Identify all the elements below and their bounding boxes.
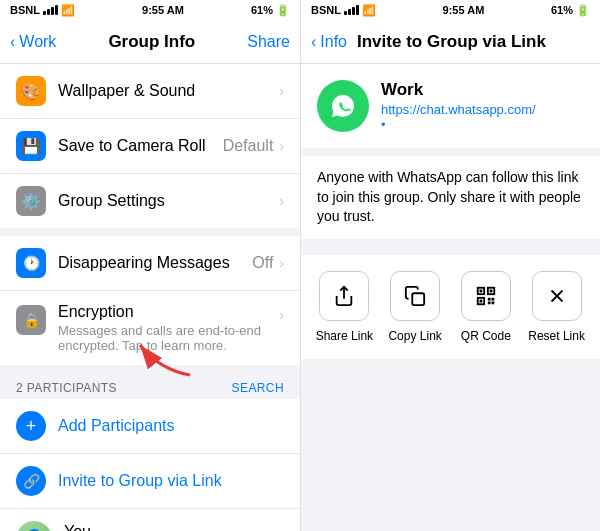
right-signal — [344, 5, 359, 15]
qr-code-icon — [461, 271, 511, 321]
share-button[interactable]: Share — [247, 33, 290, 51]
group-settings-chevron-icon: › — [279, 193, 284, 209]
wallpaper-icon: 🎨 — [16, 76, 46, 106]
participants-header: 2 PARTICIPANTS SEARCH — [0, 373, 300, 399]
add-participants-item[interactable]: + Add Participants — [0, 399, 300, 454]
disappearing-label: Disappearing Messages — [58, 254, 252, 272]
you-avatar-img: 👤 — [16, 521, 52, 531]
right-back-chevron-icon: ‹ — [311, 33, 316, 51]
right-battery-info: 61% 🔋 — [551, 4, 590, 17]
svg-rect-8 — [490, 289, 493, 292]
right-carrier: BSNL — [311, 4, 341, 16]
qr-code-label: QR Code — [461, 329, 511, 343]
camera-roll-label: Save to Camera Roll — [58, 137, 223, 155]
disappearing-icon: 🕐 — [16, 248, 46, 278]
right-battery: 61% — [551, 4, 573, 16]
participants-count: 2 PARTICIPANTS — [16, 381, 117, 395]
svg-rect-14 — [491, 298, 494, 301]
group-link-more: • — [381, 117, 584, 132]
qr-code-action[interactable]: QR Code — [456, 271, 516, 343]
svg-rect-13 — [488, 301, 491, 304]
whatsapp-logo-icon — [327, 90, 359, 122]
group-name: Work — [381, 80, 584, 100]
right-back-label: Info — [320, 33, 347, 51]
left-scroll: 🎨 Wallpaper & Sound › 💾 Save to Camera R… — [0, 64, 300, 531]
user-you-name: You — [64, 523, 244, 532]
group-settings-item[interactable]: ⚙️ Group Settings › — [0, 174, 300, 228]
svg-rect-7 — [479, 289, 482, 292]
camera-roll-item[interactable]: 💾 Save to Camera Roll Default › — [0, 119, 300, 174]
add-participants-icon: + — [16, 411, 46, 441]
group-info-card: Work https://chat.whatsapp.com/ • — [301, 64, 600, 148]
right-nav-title: Invite to Group via Link — [357, 32, 546, 52]
right-carrier-info: BSNL 📶 — [311, 4, 376, 17]
user-you-info: You Available — [64, 523, 244, 532]
share-link-icon — [319, 271, 369, 321]
encryption-label: Encryption — [58, 303, 279, 321]
right-time: 9:55 AM — [443, 4, 485, 16]
encryption-item[interactable]: 🔒 Encryption Messages and calls are end-… — [0, 291, 300, 365]
invite-link-item[interactable]: 🔗 Invite to Group via Link — [0, 454, 300, 509]
left-nav-title: Group Info — [108, 32, 195, 52]
group-settings-icon: ⚙️ — [16, 186, 46, 216]
right-panel: BSNL 📶 9:55 AM 61% 🔋 ‹ Info Invite to Gr… — [300, 0, 600, 531]
svg-rect-11 — [488, 298, 491, 301]
user-you-avatar: 👤 — [16, 521, 52, 531]
back-to-work[interactable]: ‹ Work — [10, 33, 56, 51]
left-signal — [43, 5, 58, 15]
participants-section: + Add Participants 🔗 Invite to Group via… — [0, 399, 300, 531]
left-carrier: BSNL — [10, 4, 40, 16]
user-you-item[interactable]: 👤 You Available Admin — [0, 509, 300, 531]
group-link: https://chat.whatsapp.com/ — [381, 102, 584, 117]
wallpaper-chevron-icon: › — [279, 83, 284, 99]
left-wifi-icon: 📶 — [61, 4, 75, 17]
right-status-bar: BSNL 📶 9:55 AM 61% 🔋 — [301, 0, 600, 20]
disappearing-value: Off — [252, 254, 273, 272]
reset-link-icon — [532, 271, 582, 321]
group-settings-label: Group Settings — [58, 192, 279, 210]
left-nav-bar: ‹ Work Group Info Share — [0, 20, 300, 64]
wallpaper-item[interactable]: 🎨 Wallpaper & Sound › — [0, 64, 300, 119]
right-battery-icon: 🔋 — [576, 4, 590, 17]
settings-section: 🎨 Wallpaper & Sound › 💾 Save to Camera R… — [0, 64, 300, 228]
share-link-action[interactable]: Share Link — [314, 271, 374, 343]
reset-link-label: Reset Link — [528, 329, 585, 343]
group-text: Work https://chat.whatsapp.com/ • — [381, 80, 584, 132]
right-nav-bar: ‹ Info Invite to Group via Link — [301, 20, 600, 64]
svg-rect-9 — [479, 299, 482, 302]
back-chevron-icon: ‹ — [10, 33, 15, 51]
disappearing-messages-item[interactable]: 🕐 Disappearing Messages Off › — [0, 236, 300, 291]
camera-roll-value: Default — [223, 137, 274, 155]
encryption-icon: 🔒 — [16, 305, 46, 335]
right-wifi-icon: 📶 — [362, 4, 376, 17]
encryption-content: Encryption Messages and calls are end-to… — [58, 303, 279, 353]
encryption-sublabel: Messages and calls are end-to-end encryp… — [58, 323, 279, 353]
actions-row: Share Link Copy Link — [301, 255, 600, 359]
add-participants-label: Add Participants — [58, 417, 175, 435]
camera-roll-icon: 💾 — [16, 131, 46, 161]
left-time: 9:55 AM — [142, 4, 184, 16]
invite-info-text: Anyone with WhatsApp can follow this lin… — [301, 156, 600, 239]
back-to-info[interactable]: ‹ Info — [311, 33, 347, 51]
left-battery-info: 61% 🔋 — [251, 4, 290, 17]
encryption-chevron-icon: › — [279, 307, 284, 323]
back-label: Work — [19, 33, 56, 51]
copy-link-icon — [390, 271, 440, 321]
invite-link-label: Invite to Group via Link — [58, 472, 222, 490]
share-link-label: Share Link — [316, 329, 373, 343]
disappearing-chevron-icon: › — [279, 255, 284, 271]
left-carrier-info: BSNL 📶 — [10, 4, 75, 17]
svg-rect-12 — [491, 301, 494, 304]
invite-link-icon: 🔗 — [16, 466, 46, 496]
privacy-section: 🕐 Disappearing Messages Off › 🔒 Encrypti… — [0, 236, 300, 365]
camera-roll-chevron-icon: › — [279, 138, 284, 154]
copy-link-action[interactable]: Copy Link — [385, 271, 445, 343]
left-battery-icon: 🔋 — [276, 4, 290, 17]
search-participants-button[interactable]: SEARCH — [232, 381, 284, 395]
reset-link-action[interactable]: Reset Link — [527, 271, 587, 343]
left-status-bar: BSNL 📶 9:55 AM 61% 🔋 — [0, 0, 300, 20]
left-battery: 61% — [251, 4, 273, 16]
wallpaper-label: Wallpaper & Sound — [58, 82, 279, 100]
svg-rect-3 — [412, 293, 424, 305]
group-avatar — [317, 80, 369, 132]
